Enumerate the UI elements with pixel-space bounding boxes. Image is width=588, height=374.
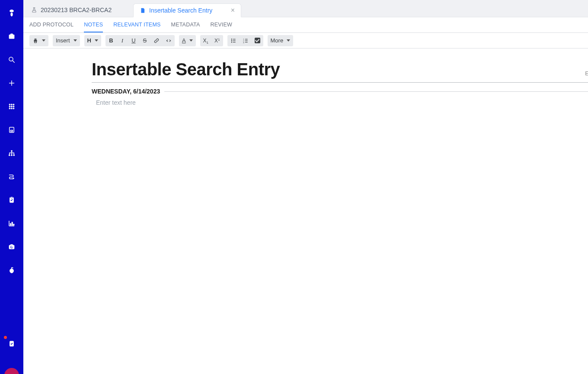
- more-button[interactable]: More: [268, 35, 294, 46]
- svg-point-35: [231, 40, 232, 41]
- hierarchy-icon[interactable]: [5, 146, 19, 160]
- svg-rect-25: [9, 245, 14, 249]
- insert-label: Insert: [56, 37, 70, 44]
- svg-text:3: 3: [243, 41, 244, 43]
- editor-toolbar: Insert H B I U S A X1: [23, 33, 588, 48]
- document-scroll-area[interactable]: E Insertable Search Entry WEDNESDAY, 6/1…: [23, 48, 588, 374]
- day-header: WEDNESDAY, 6/14/2023: [92, 88, 588, 95]
- svg-rect-22: [10, 223, 11, 226]
- svg-point-4: [9, 104, 10, 105]
- close-tab-button[interactable]: ×: [231, 7, 235, 14]
- experiment-icon: [31, 7, 37, 13]
- svg-line-1: [13, 61, 15, 63]
- checklist-button[interactable]: [252, 35, 263, 46]
- svg-rect-32: [35, 39, 37, 39]
- heading-button[interactable]: H: [84, 35, 101, 46]
- briefcase-icon[interactable]: [5, 29, 19, 43]
- plus-icon[interactable]: [5, 76, 19, 90]
- main-panel: 20230213 BRCA2-BRCA2 Insertable Search E…: [23, 0, 588, 374]
- heading-label: H: [87, 37, 91, 44]
- inventory-icon[interactable]: [5, 123, 19, 137]
- link-button[interactable]: [150, 35, 163, 46]
- editor-placeholder: Enter text here: [92, 99, 588, 106]
- svg-rect-33: [35, 41, 37, 43]
- insert-button[interactable]: Insert: [53, 35, 80, 46]
- file-tab-label: Insertable Search Entry: [149, 7, 212, 14]
- svg-point-36: [231, 42, 232, 42]
- svg-point-18: [13, 155, 15, 156]
- bullet-list-button[interactable]: [227, 35, 240, 46]
- subnav-add-protocol[interactable]: ADD PROTOCOL: [29, 17, 74, 32]
- list-group: 123: [227, 35, 263, 46]
- svg-point-34: [231, 39, 232, 39]
- file-tab-brca2[interactable]: 20230213 BRCA2-BRCA2: [25, 3, 133, 17]
- svg-marker-19: [13, 177, 14, 179]
- apple-icon[interactable]: [5, 263, 19, 277]
- svg-rect-27: [11, 268, 12, 268]
- svg-point-5: [11, 104, 13, 105]
- print-button[interactable]: [29, 35, 48, 46]
- svg-point-0: [9, 57, 13, 61]
- underline-button[interactable]: U: [128, 35, 139, 46]
- strikethrough-button[interactable]: S: [139, 35, 150, 46]
- svg-rect-24: [13, 224, 14, 226]
- subnav-relevant-items[interactable]: RELEVANT ITEMS: [113, 17, 160, 32]
- subnav-notes[interactable]: NOTES: [84, 17, 103, 32]
- svg-point-6: [13, 104, 14, 105]
- file-tab-insertable-search[interactable]: Insertable Search Entry ×: [133, 3, 241, 17]
- day-header-text: WEDNESDAY, 6/14/2023: [92, 88, 160, 95]
- bold-button[interactable]: B: [105, 35, 117, 46]
- svg-rect-21: [11, 197, 13, 198]
- user-avatar[interactable]: [4, 368, 19, 374]
- numbered-list-button[interactable]: 123: [240, 35, 252, 46]
- logo-icon[interactable]: [5, 6, 19, 20]
- workflow-icon[interactable]: [5, 170, 19, 184]
- svg-point-15: [11, 150, 13, 152]
- notification-dot: [4, 336, 7, 339]
- svg-point-7: [9, 106, 10, 107]
- svg-point-9: [13, 106, 14, 107]
- entry-subnav: ADD PROTOCOL NOTES RELEVANT ITEMS METADA…: [23, 17, 588, 33]
- file-tab-row: 20230213 BRCA2-BRCA2 Insertable Search E…: [23, 0, 588, 17]
- search-icon[interactable]: [5, 53, 19, 67]
- document-icon: [140, 7, 146, 13]
- svg-point-10: [9, 108, 10, 109]
- subscript-button[interactable]: X1: [200, 35, 211, 46]
- code-button[interactable]: [163, 35, 175, 46]
- analytics-icon[interactable]: [5, 216, 19, 230]
- text-format-group: B I U S: [105, 35, 175, 46]
- text-color-button[interactable]: A: [179, 35, 196, 46]
- italic-button[interactable]: I: [117, 35, 128, 46]
- editor-body[interactable]: Enter text here: [92, 99, 588, 229]
- svg-point-16: [9, 155, 10, 156]
- tasks-clipboard-icon[interactable]: [5, 193, 19, 207]
- camera-refresh-icon[interactable]: [5, 240, 19, 254]
- more-label: More: [271, 37, 284, 44]
- svg-rect-23: [12, 222, 13, 226]
- app-sidebar: [0, 0, 23, 374]
- notifications-icon[interactable]: [5, 337, 19, 351]
- superscript-button[interactable]: X1: [211, 35, 223, 46]
- apps-grid-icon[interactable]: [5, 100, 19, 113]
- svg-point-8: [11, 106, 13, 107]
- svg-point-17: [11, 155, 13, 156]
- file-tab-label: 20230213 BRCA2-BRCA2: [41, 6, 112, 13]
- svg-point-12: [13, 108, 14, 109]
- svg-rect-14: [11, 130, 13, 132]
- title-divider: [92, 82, 588, 83]
- svg-point-11: [11, 108, 13, 109]
- checklist-icon: [255, 38, 260, 43]
- entry-title[interactable]: Insertable Search Entry: [92, 60, 588, 81]
- document: Insertable Search Entry WEDNESDAY, 6/14/…: [92, 48, 588, 229]
- subnav-metadata[interactable]: METADATA: [171, 17, 200, 32]
- subnav-review[interactable]: REVIEW: [210, 17, 232, 32]
- script-group: X1 X1: [200, 35, 223, 46]
